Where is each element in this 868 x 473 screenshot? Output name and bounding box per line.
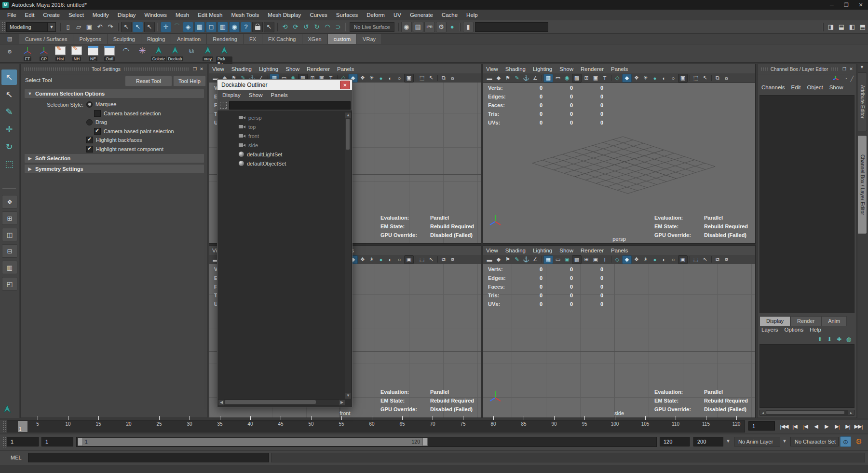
render-view-icon[interactable]: ◉	[401, 22, 412, 32]
menu-curves[interactable]: Curves	[305, 10, 331, 20]
character-set-selector[interactable]: No Character Set	[790, 437, 839, 446]
scroll-right-icon[interactable]: ▸	[848, 410, 854, 415]
rotate-tool[interactable]: ↻	[1, 139, 17, 154]
range-slider-bar[interactable]: 1 120	[78, 438, 428, 446]
range-slider-track[interactable]: 1 120	[76, 437, 657, 447]
pane-pop-icon[interactable]: ⧇	[722, 74, 731, 82]
snap-plane-icon[interactable]: ◻	[206, 22, 217, 32]
layout-persp-graph[interactable]: ⊟	[2, 244, 17, 258]
camera-attrs-icon[interactable]: ◆	[494, 74, 503, 82]
lock-selection-icon[interactable]	[252, 22, 263, 32]
outliner-item-front[interactable]: front	[217, 131, 345, 140]
redo-icon[interactable]: ↷	[106, 22, 115, 32]
layer-tab-render[interactable]: Render	[790, 316, 821, 326]
menu-windows[interactable]: Windows	[140, 10, 171, 20]
drag-handle[interactable]	[2, 421, 6, 431]
chevron-down-icon[interactable]: ▼	[726, 438, 731, 444]
multisample-icon[interactable]: ▣	[678, 74, 688, 83]
use-lights-icon[interactable]: ☀	[367, 74, 376, 82]
bookmark-icon[interactable]: ⚑	[503, 74, 512, 82]
multisample-icon[interactable]: ▣	[678, 255, 688, 264]
menu-help[interactable]: Help	[462, 10, 482, 20]
outliner-title-bar[interactable]: Dockable Outliner ✕	[217, 80, 352, 90]
option-drag[interactable]: Drag	[86, 118, 107, 126]
move-layer-down-icon[interactable]: ⬇	[825, 335, 834, 343]
field-chart-icon[interactable]: ⊞	[582, 256, 591, 264]
add-empty-layer-icon[interactable]: ✚	[834, 335, 844, 343]
layout-outliner-persp[interactable]: ◫	[2, 228, 17, 241]
shelf-tab-polygons[interactable]: Polygons	[73, 34, 107, 44]
speed-slow-icon[interactable]: ◔	[844, 76, 848, 82]
snap-move-icon[interactable]: ✛	[161, 22, 171, 32]
outliner-close-button[interactable]: ✕	[340, 81, 350, 89]
viewport-menu-shading[interactable]: Shading	[505, 248, 526, 253]
wireframe-icon[interactable]: ◇	[613, 74, 622, 82]
menu-mesh-display[interactable]: Mesh Display	[263, 10, 305, 20]
pane-pop-icon[interactable]: ⧇	[722, 256, 731, 264]
layer-menu-help[interactable]: Help	[810, 327, 821, 335]
history-curve-icon[interactable]: ↻	[312, 22, 322, 32]
toggle-panel-2-icon[interactable]: ⬓	[837, 22, 846, 32]
history-arc-icon[interactable]: ◠	[323, 22, 332, 32]
image-plane-icon[interactable]: ✎	[513, 74, 521, 82]
toolbar-drag-handle[interactable]	[1, 22, 5, 32]
option-camera-based-paint-selection[interactable]: Camera based paint selection	[94, 127, 174, 135]
panel-drag-texture[interactable]	[24, 67, 89, 71]
shadows-icon[interactable]: ●	[651, 74, 659, 82]
motion-blur-icon[interactable]: ○	[395, 74, 404, 82]
pane-layout-icon[interactable]: ⧉	[439, 74, 448, 82]
shelf-item-Pick Ra[interactable]: Pick Ra	[216, 45, 232, 66]
camera-attrs-icon[interactable]: ◆	[494, 256, 503, 264]
shelf-tab-fx[interactable]: FX	[244, 34, 262, 44]
camera-select-icon[interactable]: ▬	[485, 74, 494, 82]
float-panel-icon[interactable]: ❐	[841, 66, 848, 72]
layer-editor-scrollbar[interactable]: ◂ ▸	[760, 410, 854, 416]
layout-hypershade[interactable]: ▥	[2, 261, 17, 274]
undo-icon[interactable]: ↶	[95, 22, 105, 32]
radio[interactable]	[86, 101, 93, 108]
speed-fast-icon[interactable]: ╱	[850, 76, 854, 82]
image-plane-icon[interactable]: ✎	[513, 256, 521, 264]
menu-file[interactable]: File	[3, 10, 21, 20]
menu-cache[interactable]: Cache	[437, 10, 462, 20]
select-cursor-icon[interactable]: ↖	[701, 256, 709, 264]
layout-four-pane[interactable]: ⊞	[2, 211, 17, 225]
multisample-icon[interactable]: ▣	[404, 255, 414, 264]
multisample-icon[interactable]: ▣	[404, 74, 414, 83]
outliner-item-defaultLightSet[interactable]: defaultLightSet	[217, 150, 345, 159]
outliner-filter-icon[interactable]	[220, 102, 227, 109]
lasso-select-tool[interactable]: ↖	[1, 87, 17, 102]
shelf-item-FT[interactable]: FT	[19, 45, 36, 61]
scale-tool[interactable]: ⬚	[1, 156, 17, 172]
textured-icon[interactable]: ❖	[632, 74, 641, 82]
channel-box-menu-object[interactable]: Object	[807, 84, 823, 93]
toggle-panel-4-icon[interactable]: ⬒	[858, 22, 868, 32]
render-current-frame-icon[interactable]: ▤	[413, 22, 423, 32]
viewport-menu-show[interactable]: Show	[559, 248, 573, 253]
snap-help-icon[interactable]: ?	[241, 22, 251, 32]
shelf-tab-rigging[interactable]: Rigging	[141, 34, 171, 44]
step-forward-frame-button[interactable]: ▶|	[842, 421, 853, 432]
ao-icon[interactable]: ◐	[660, 74, 668, 82]
channel-box-menu-edit[interactable]: Edit	[791, 84, 801, 93]
save-scene-icon[interactable]: ▣	[84, 22, 94, 32]
select-cursor-icon[interactable]: ↖	[427, 74, 435, 82]
shelf-item-xray[interactable]: xray	[200, 45, 216, 61]
chevron-down-icon[interactable]: ▼	[48, 22, 56, 32]
output-connections-icon[interactable]: ⟳	[291, 22, 300, 32]
isolate-select-icon[interactable]: ⬚	[692, 256, 700, 264]
shelf-item-asterisk[interactable]: ✳	[134, 45, 150, 56]
viewport-pane-persp[interactable]: ViewShadingLightingShowRendererPanels▬◆⚑…	[483, 64, 756, 244]
snap-curve-icon[interactable]: ⌒	[172, 22, 182, 32]
snap-view-icon[interactable]: ▥	[217, 22, 228, 32]
gate-mask-icon[interactable]: ▩	[572, 74, 582, 83]
auto-keyframe-toggle[interactable]: ⊙	[840, 436, 851, 447]
select-component-icon[interactable]: ↖	[144, 22, 155, 32]
safe-title-icon[interactable]: T	[600, 74, 609, 82]
reset-tool-button[interactable]: Reset Tool	[125, 76, 172, 86]
scrollbar-thumb[interactable]	[766, 411, 844, 414]
checkbox[interactable]	[86, 146, 93, 153]
viewport-menu-show[interactable]: Show	[285, 66, 299, 72]
menu-select[interactable]: Select	[64, 10, 88, 20]
viewport-menu-shading[interactable]: Shading	[505, 66, 526, 72]
